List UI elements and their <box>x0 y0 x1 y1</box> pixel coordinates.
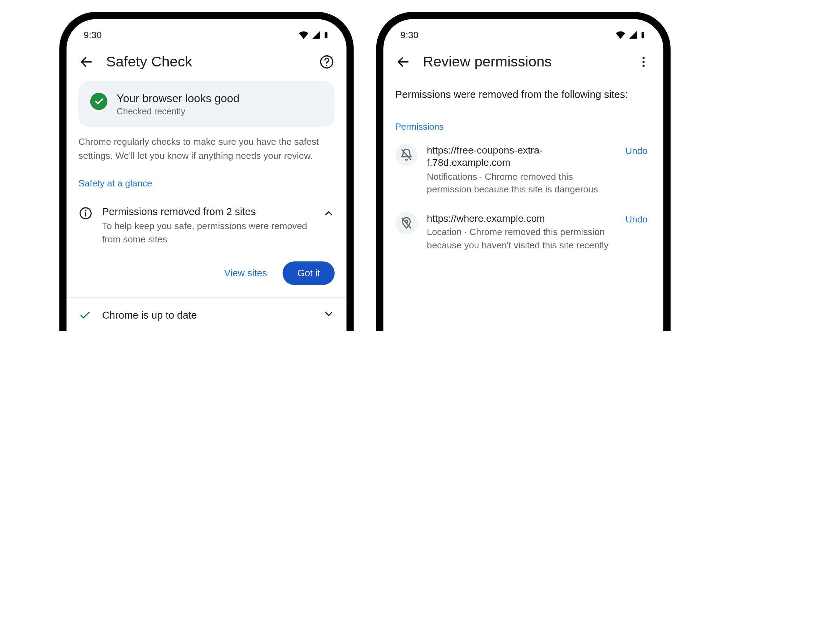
overflow-menu-icon[interactable] <box>636 54 651 70</box>
check-row-up-to-date[interactable]: Chrome is up to date <box>67 297 347 331</box>
intro-text: Permissions were removed from the follow… <box>383 81 663 107</box>
back-icon[interactable] <box>78 54 94 70</box>
wifi-icon <box>298 31 310 40</box>
status-time: 9:30 <box>84 30 102 40</box>
svg-point-9 <box>643 65 645 67</box>
svg-point-2 <box>326 65 327 66</box>
location-off-icon <box>395 212 418 234</box>
info-icon <box>78 207 93 220</box>
check-label: Chrome is up to date <box>102 310 312 321</box>
undo-button[interactable]: Undo <box>622 213 652 225</box>
svg-point-8 <box>643 61 645 63</box>
site-reason: Location · Chrome removed this permissio… <box>427 226 613 252</box>
status-bar: 9:30 <box>383 19 663 45</box>
safety-description: Chrome regularly checks to make sure you… <box>67 127 347 166</box>
permissions-section-label: Permissions <box>383 107 663 135</box>
svg-point-5 <box>85 210 87 211</box>
status-icons <box>298 30 330 40</box>
chevron-down-icon <box>323 308 334 323</box>
chevron-up-icon[interactable] <box>323 207 334 222</box>
status-time: 9:30 <box>401 30 418 40</box>
battery-icon <box>323 30 330 40</box>
signal-icon <box>628 31 638 40</box>
site-url: https://free-coupons-extra-f.78d.example… <box>427 144 613 169</box>
back-icon[interactable] <box>395 54 411 70</box>
page-title: Safety Check <box>106 53 307 70</box>
check-circle-icon <box>90 93 107 110</box>
view-sites-button[interactable]: View sites <box>220 267 271 279</box>
permissions-subtitle: To help keep you safe, permissions were … <box>102 220 314 246</box>
summary-card: Your browser looks good Checked recently <box>78 81 334 127</box>
summary-subtitle: Checked recently <box>116 107 240 116</box>
site-reason: Notifications · Chrome removed this perm… <box>427 170 613 196</box>
status-icons <box>614 30 646 40</box>
removed-site-row[interactable]: https://where.example.com Location · Chr… <box>383 204 663 259</box>
page-title: Review permissions <box>423 53 624 70</box>
summary-title: Your browser looks good <box>116 92 240 106</box>
signal-icon <box>311 31 321 40</box>
status-bar: 9:30 <box>67 19 347 45</box>
permissions-removed-block[interactable]: Permissions removed from 2 sites To help… <box>67 192 347 252</box>
svg-point-7 <box>643 57 645 59</box>
safety-at-glance-label: Safety at a glance <box>67 166 347 192</box>
app-bar: Safety Check <box>67 44 347 81</box>
check-icon <box>78 310 92 321</box>
permissions-title: Permissions removed from 2 sites <box>102 205 314 219</box>
got-it-button[interactable]: Got it <box>283 261 334 285</box>
safety-checklist: Chrome is up to date No compromised pass… <box>67 297 347 331</box>
bell-off-icon <box>395 144 418 166</box>
permissions-actions: View sites Got it <box>67 252 347 297</box>
site-url: https://where.example.com <box>427 212 613 225</box>
phone-safety-check: 9:30 Safety Check <box>59 12 354 331</box>
phone-review-permissions: 9:30 Review permissions Per <box>376 12 671 331</box>
help-icon[interactable] <box>319 54 334 70</box>
undo-button[interactable]: Undo <box>622 144 652 156</box>
wifi-icon <box>614 31 627 40</box>
battery-icon <box>639 30 646 40</box>
removed-site-row[interactable]: https://free-coupons-extra-f.78d.example… <box>383 135 663 204</box>
app-bar: Review permissions <box>383 44 663 81</box>
